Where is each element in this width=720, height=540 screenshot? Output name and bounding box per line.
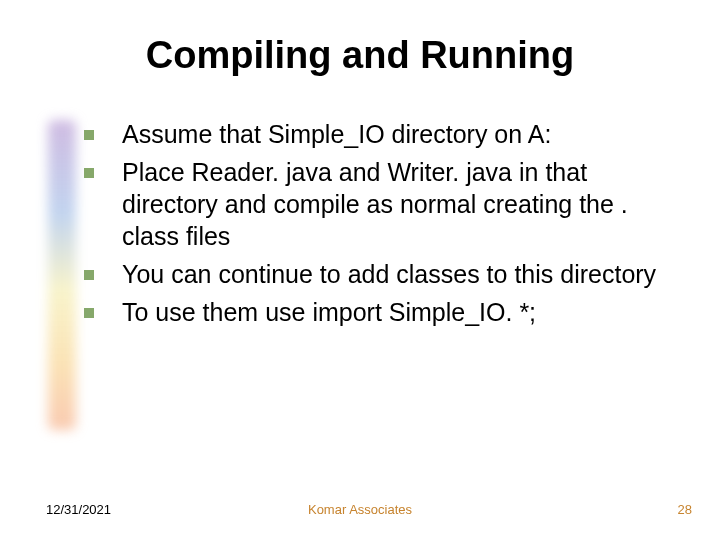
slide-footer: 12/31/2021 Komar Associates 28 <box>0 502 720 522</box>
square-bullet-icon <box>84 130 94 140</box>
bullet-text: You can continue to add classes to this … <box>122 260 656 288</box>
list-item: To use them use import Simple_IO. *; <box>84 296 680 328</box>
bullet-text: To use them use import Simple_IO. *; <box>122 298 536 326</box>
bullet-list: Assume that Simple_IO directory on A: Pl… <box>84 118 680 328</box>
decorative-gradient <box>48 120 76 430</box>
footer-organization: Komar Associates <box>0 502 720 517</box>
square-bullet-icon <box>84 168 94 178</box>
square-bullet-icon <box>84 308 94 318</box>
list-item: Place Reader. java and Writer. java in t… <box>84 156 680 252</box>
bullet-text: Assume that Simple_IO directory on A: <box>122 120 551 148</box>
list-item: Assume that Simple_IO directory on A: <box>84 118 680 150</box>
bullet-text: Place Reader. java and Writer. java in t… <box>122 158 628 250</box>
slide-title: Compiling and Running <box>0 34 720 77</box>
square-bullet-icon <box>84 270 94 280</box>
list-item: You can continue to add classes to this … <box>84 258 680 290</box>
slide-content: Assume that Simple_IO directory on A: Pl… <box>84 118 680 334</box>
footer-slide-number: 28 <box>678 502 692 517</box>
